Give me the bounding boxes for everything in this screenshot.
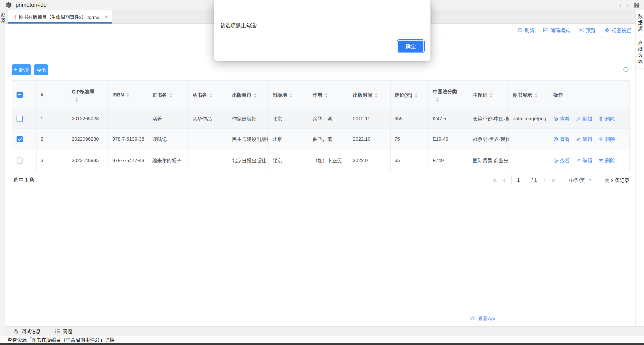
tab-close-icon[interactable]: ✕: [104, 14, 108, 19]
remove-row-button[interactable]: 删除: [598, 157, 615, 164]
column-header[interactable]: 出版时间: [349, 81, 390, 109]
view-row-button[interactable]: 查看: [553, 136, 570, 143]
table-cell: 978-7-5477-43: [108, 150, 148, 171]
ok-button[interactable]: 确定: [398, 40, 424, 52]
eye-icon: [553, 116, 558, 121]
editor-toolbar: 刷新 编码模式 预览: [517, 25, 631, 35]
view-api-link[interactable]: 查看Api: [470, 315, 495, 322]
table-cell: data:image/png: [509, 109, 550, 128]
preview-button[interactable]: 预览: [578, 27, 596, 34]
column-header-label: ISBN: [112, 92, 124, 97]
page-size-select[interactable]: 10条/页: [562, 175, 598, 185]
export-button[interactable]: 导出: [34, 64, 48, 75]
tab-label: 图书在版编目（生命周期事件2）.formx: [19, 13, 102, 20]
sort-carets-icon[interactable]: [169, 93, 172, 98]
selection-summary: 选中 1 条: [14, 176, 34, 183]
sort-carets-icon[interactable]: [126, 93, 130, 97]
table-refresh-icon[interactable]: [622, 66, 629, 73]
edit-row-button[interactable]: 编辑: [576, 136, 592, 143]
save-icon[interactable]: [633, 2, 640, 8]
row-checkbox-checked[interactable]: [16, 136, 23, 142]
view-settings-button[interactable]: 视图设置: [604, 27, 631, 34]
trash-icon: [598, 137, 604, 142]
table-cell: [188, 128, 228, 150]
table-cell: E19-49: [429, 128, 469, 150]
sort-carets-icon[interactable]: [534, 93, 538, 98]
column-header[interactable]: 出版地: [268, 81, 309, 109]
code-window-icon: [543, 27, 548, 33]
sort-carets-icon[interactable]: [490, 93, 493, 98]
column-header-label: 作者: [313, 93, 322, 98]
column-header[interactable]: ISBN: [108, 81, 148, 109]
chevron-down-icon: [588, 179, 592, 181]
select-all-checkbox[interactable]: [16, 92, 23, 98]
sort-carets-icon[interactable]: [375, 93, 378, 98]
column-header-label: 出版时间: [353, 93, 372, 98]
next-page-icon[interactable]: ›: [543, 177, 546, 183]
refresh-button[interactable]: 刷新: [517, 27, 534, 34]
column-header: #: [37, 81, 68, 109]
app-title: primeton-ide: [16, 2, 47, 8]
last-page-icon[interactable]: »: [552, 177, 556, 183]
row-actions-cell: 查看编辑删除: [550, 150, 630, 171]
column-header-label: 中图法分类: [433, 89, 457, 94]
sort-carets-icon[interactable]: [290, 93, 292, 98]
column-header[interactable]: CIP核准号: [68, 81, 108, 109]
column-header[interactable]: 中图法分类: [429, 81, 469, 109]
sort-carets-icon[interactable]: [210, 93, 212, 98]
table-cell: 65: [390, 150, 429, 171]
edit-row-button[interactable]: 编辑: [576, 115, 592, 122]
column-header[interactable]: 主题词: [469, 81, 509, 109]
eye-icon: [470, 315, 476, 322]
row-checkbox-cell: [12, 128, 37, 150]
column-header[interactable]: 作者: [309, 81, 349, 109]
row-checkbox-unchecked[interactable]: [16, 116, 23, 122]
remove-row-button[interactable]: 删除: [598, 115, 615, 122]
view-row-button[interactable]: 查看: [553, 157, 570, 164]
plus-icon: +: [14, 67, 17, 72]
column-header-label: CIP核准号: [72, 89, 94, 94]
window-controls: ‹ ›: [620, 0, 640, 10]
table-cell: 2: [37, 128, 68, 150]
column-header[interactable]: 定价(元): [390, 81, 429, 109]
left-sidebar: 资源: [0, 10, 5, 336]
sidebar-item-datasource[interactable]: 数据源: [636, 10, 644, 36]
debug-info-button[interactable]: 调试信息: [14, 328, 40, 335]
form-file-icon: [11, 14, 16, 20]
sort-carets-icon[interactable]: [325, 93, 328, 98]
column-header[interactable]: 正书名: [148, 81, 188, 109]
table-header-row: #CIP核准号ISBN正书名丛书名出版单位出版地作者出版时间定价(元)中图法分类…: [12, 81, 630, 109]
add-button[interactable]: + 新增: [12, 64, 31, 75]
row-checkbox-disabled[interactable]: [16, 157, 23, 164]
sidebar-item-offline-resources[interactable]: 离线资源: [636, 36, 644, 69]
table-cell: 曲飞，著: [309, 128, 349, 150]
code-mode-button[interactable]: 编码模式: [543, 27, 570, 34]
table-cell: 1: [37, 109, 68, 128]
sort-carets-icon[interactable]: [254, 93, 257, 98]
sidebar-item-resources[interactable]: 资源: [0, 13, 5, 24]
column-header[interactable]: 丛书名: [188, 81, 228, 109]
sort-carets-icon[interactable]: [436, 97, 439, 102]
column-header[interactable]: 出版单位: [228, 81, 268, 109]
page-number-input[interactable]: 1: [512, 175, 525, 185]
refresh-icon: [517, 27, 523, 33]
column-header-label: 主题词: [473, 93, 488, 98]
sort-carets-icon[interactable]: [415, 93, 418, 98]
table-cell: 国际贸易-商业史: [469, 150, 509, 171]
table-cell: 2022.9: [349, 150, 390, 171]
bug-icon: [14, 329, 19, 334]
column-header-label: 定价(元): [394, 93, 412, 98]
sort-carets-icon[interactable]: [75, 97, 78, 102]
nav-back-icon[interactable]: ‹: [620, 2, 622, 8]
tab-form-file[interactable]: 图书在版编目（生命周期事件2）.formx ✕: [8, 10, 112, 23]
table-row: 22022096230978-7-5139-38逐陆记民主与建设出版社北京曲飞，…: [12, 128, 630, 150]
edit-row-button[interactable]: 编辑: [576, 157, 592, 164]
view-row-button[interactable]: 查看: [553, 115, 570, 122]
remove-row-button[interactable]: 删除: [598, 136, 615, 143]
column-header[interactable]: 图书展示: [509, 81, 550, 109]
problems-button[interactable]: 问题: [55, 328, 72, 335]
prev-page-icon[interactable]: ‹: [503, 177, 505, 183]
nav-forward-icon[interactable]: ›: [626, 2, 628, 8]
first-page-icon[interactable]: «: [493, 177, 496, 183]
column-header-label: 正书名: [152, 93, 167, 98]
